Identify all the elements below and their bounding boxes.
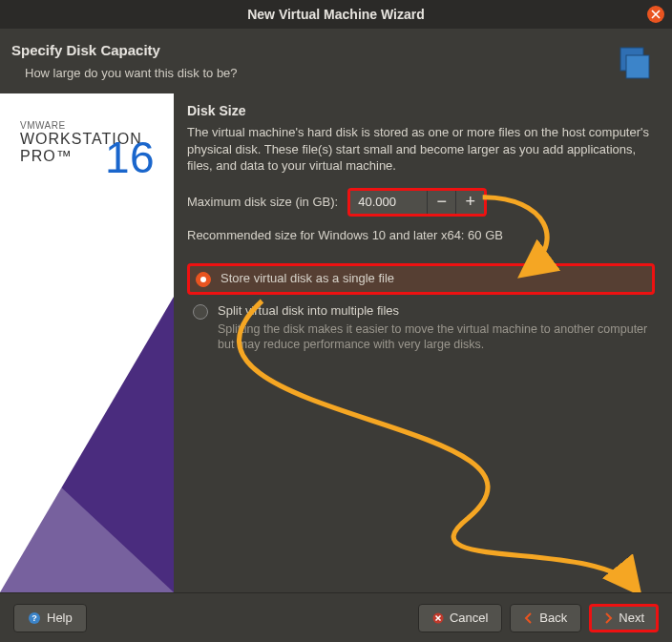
help-icon: ? bbox=[28, 611, 41, 625]
help-button[interactable]: ? Help bbox=[13, 604, 87, 632]
max-disk-spinbox: − + bbox=[347, 188, 487, 217]
sidebar-branding: VMWARE WORKSTATION PRO™ 16 bbox=[0, 93, 174, 592]
next-label: Next bbox=[619, 611, 644, 625]
brand-version: 16 bbox=[105, 132, 155, 183]
brand-tag: VMWARE bbox=[20, 120, 154, 131]
next-button[interactable]: Next bbox=[589, 604, 659, 632]
disk-icon bbox=[613, 46, 655, 88]
wizard-header: Specify Disk Capacity How large do you w… bbox=[0, 29, 672, 93]
radio-single-label: Store virtual disk as a single file bbox=[220, 271, 394, 285]
window-close-button[interactable] bbox=[647, 6, 664, 23]
close-icon bbox=[651, 10, 661, 19]
cancel-label: Cancel bbox=[450, 611, 488, 625]
wizard-footer: ? Help Cancel Back Next bbox=[0, 592, 672, 642]
wizard-window: New Virtual Machine Wizard Specify Disk … bbox=[0, 0, 672, 642]
main-panel: Disk Size The virtual machine's hard dis… bbox=[174, 93, 672, 592]
titlebar: New Virtual Machine Wizard bbox=[0, 0, 672, 29]
back-label: Back bbox=[539, 611, 567, 625]
radio-split-label: Split virtual disk into multiple files bbox=[218, 303, 649, 318]
sidebar-decoration bbox=[0, 430, 174, 592]
cancel-icon bbox=[432, 612, 444, 624]
radio-split-files[interactable]: Split virtual disk into multiple files S… bbox=[187, 299, 655, 358]
chevron-right-icon bbox=[603, 612, 613, 624]
section-title: Disk Size bbox=[187, 103, 655, 118]
spin-down-button[interactable]: − bbox=[427, 191, 455, 214]
radio-split-hint: Splitting the disk makes it easier to mo… bbox=[218, 321, 649, 353]
disk-description: The virtual machine's hard disk is store… bbox=[187, 124, 655, 175]
back-button[interactable]: Back bbox=[510, 604, 581, 632]
chevron-left-icon bbox=[524, 612, 534, 624]
cancel-button[interactable]: Cancel bbox=[418, 604, 502, 632]
radio-icon bbox=[196, 272, 211, 287]
page-title: Specify Disk Capacity bbox=[11, 42, 655, 58]
recommended-size: Recommended size for Windows 10 and late… bbox=[187, 228, 655, 242]
radio-single-file[interactable]: Store virtual disk as a single file bbox=[187, 263, 655, 295]
max-disk-input[interactable] bbox=[350, 191, 427, 214]
radio-icon bbox=[193, 304, 208, 320]
disk-storage-radiogroup: Store virtual disk as a single file Spli… bbox=[187, 263, 655, 358]
svg-rect-1 bbox=[626, 55, 649, 78]
max-disk-label: Maximum disk size (in GB): bbox=[187, 195, 338, 209]
spin-up-button[interactable]: + bbox=[455, 191, 484, 214]
max-disk-row: Maximum disk size (in GB): − + bbox=[187, 188, 655, 217]
wizard-content: VMWARE WORKSTATION PRO™ 16 Disk Size The… bbox=[0, 93, 672, 592]
window-title: New Virtual Machine Wizard bbox=[247, 7, 425, 22]
page-subtitle: How large do you want this disk to be? bbox=[11, 66, 655, 80]
svg-text:?: ? bbox=[32, 613, 37, 623]
help-label: Help bbox=[47, 611, 73, 625]
brand-block: VMWARE WORKSTATION PRO™ 16 bbox=[20, 120, 154, 165]
